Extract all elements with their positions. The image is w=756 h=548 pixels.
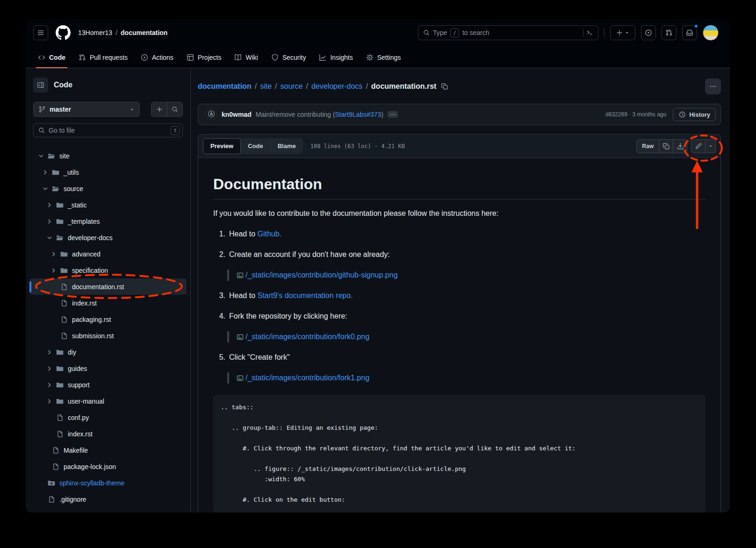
user-avatar[interactable]	[703, 25, 719, 41]
image-link[interactable]: /_static/images/contribution/github-sign…	[245, 270, 398, 281]
tab-code[interactable]: Code	[31, 47, 72, 68]
three-bars-icon	[37, 29, 44, 36]
file-icon	[60, 332, 68, 340]
copy-path-button[interactable]	[441, 83, 448, 90]
tree-item-packaging-rst[interactable]: packaging.rst	[29, 311, 187, 327]
broken-image-icon	[237, 272, 244, 279]
tree-item-package-lock-json[interactable]: package-lock.json	[29, 458, 187, 475]
search-divider	[583, 28, 583, 37]
tree-item-user-manual[interactable]: user-manual	[29, 393, 187, 409]
breadcrumb-repo-link[interactable]: documentation	[198, 82, 252, 91]
tree-item-utils[interactable]: _utils	[29, 164, 187, 180]
global-search-input[interactable]: Type / to search	[418, 25, 598, 40]
tree-item-submission-rst[interactable]: submission.rst	[29, 327, 187, 344]
git-pull-request-icon	[79, 54, 86, 61]
repo-link[interactable]: documentation	[121, 29, 167, 36]
pencil-icon	[695, 142, 702, 150]
file-meta-info: 108 lines (63 loc) · 4.21 KB	[310, 143, 405, 149]
tree-item-index-rst-source[interactable]: index.rst	[29, 426, 187, 442]
more-options-button[interactable]	[705, 78, 721, 94]
folder-icon	[56, 365, 64, 372]
tree-item-static[interactable]: _static	[29, 197, 187, 213]
tree-item-index-rst[interactable]: index.rst	[29, 295, 187, 311]
tab-blame[interactable]: Blame	[271, 138, 303, 154]
tab-preview[interactable]: Preview	[203, 138, 241, 154]
file-toolbar: Preview Code Blame 108 lines (63 loc) · …	[198, 135, 720, 158]
tree-item-conf-py[interactable]: conf.py	[29, 409, 187, 426]
tab-settings[interactable]: Settings	[360, 47, 408, 68]
file-icon	[56, 414, 64, 421]
inbox-button[interactable]	[682, 25, 697, 40]
issues-button[interactable]	[641, 25, 656, 40]
owner-link[interactable]: 13Homer13	[78, 29, 112, 36]
commit-author-link[interactable]: kn0wmad	[222, 111, 252, 118]
chevron-right-icon	[46, 365, 53, 372]
commit-pr-link[interactable]: Start9Labs#373	[335, 111, 381, 118]
tree-item-makefile[interactable]: Makefile	[29, 442, 187, 458]
submodule-icon	[48, 479, 55, 487]
search-tree-button[interactable]	[167, 102, 182, 116]
tree-item-guides[interactable]: guides	[29, 360, 187, 377]
start9-docs-link[interactable]: Start9's documentation repo.	[257, 292, 353, 299]
tree-item-source[interactable]: source	[29, 180, 187, 197]
new-file-button[interactable]	[151, 102, 167, 116]
raw-button[interactable]: Raw	[636, 139, 659, 153]
github-logo[interactable]	[56, 25, 71, 40]
tab-pull-requests[interactable]: Pull requests	[72, 47, 134, 68]
tree-item-advanced[interactable]: advanced	[29, 246, 187, 262]
go-to-file-input[interactable]	[49, 127, 167, 134]
tree-item-gitignore[interactable]: .gitignore	[29, 491, 187, 507]
doc-intro: If you would like to contribute to the d…	[213, 208, 706, 219]
expand-commit-message-button[interactable]	[388, 111, 398, 118]
search-placeholder-suffix: to search	[462, 29, 490, 36]
tree-item-specification[interactable]: specification	[29, 262, 187, 278]
branch-selector[interactable]: master	[33, 102, 140, 117]
copy-raw-button[interactable]	[659, 139, 673, 153]
history-button[interactable]: History	[673, 108, 716, 121]
download-icon	[677, 142, 684, 150]
create-new-button[interactable]	[610, 25, 635, 40]
shield-icon	[271, 54, 279, 61]
github-window: 13Homer13 / documentation Type / to sear…	[26, 19, 730, 512]
file-icon	[56, 430, 64, 438]
tab-file-code[interactable]: Code	[241, 138, 270, 154]
tab-projects[interactable]: Projects	[180, 47, 228, 68]
edit-dropdown-button[interactable]	[706, 139, 716, 153]
tree-item-partial[interactable]	[29, 507, 187, 512]
code-icon	[38, 54, 45, 61]
breadcrumb-source-link[interactable]: source	[280, 82, 302, 91]
breadcrumb-developer-docs-link[interactable]: developer-docs	[311, 82, 362, 91]
tab-actions[interactable]: Actions	[134, 47, 180, 68]
file-view: Preview Code Blame 108 lines (63 loc) · …	[198, 134, 721, 512]
graph-icon	[319, 54, 326, 61]
tab-security[interactable]: Security	[265, 47, 313, 68]
tree-item-sphinx-scylladb-theme[interactable]: sphinx-scylladb-theme	[29, 475, 187, 491]
download-raw-button[interactable]	[673, 139, 687, 153]
github-link[interactable]: Github.	[257, 230, 281, 238]
image-link[interactable]: /_static/images/contribution/fork1.png	[245, 372, 369, 384]
breadcrumb-site-link[interactable]: site	[260, 82, 272, 91]
selected-indicator	[29, 281, 31, 292]
plus-icon	[616, 29, 623, 36]
tree-item-support[interactable]: support	[29, 377, 187, 393]
tree-item-templates[interactable]: _templates	[29, 213, 187, 229]
tree-item-documentation-rst[interactable]: documentation.rst	[29, 278, 187, 295]
commit-author-avatar[interactable]	[206, 109, 217, 120]
pull-requests-button[interactable]	[662, 25, 677, 40]
image-link[interactable]: /_static/images/contribution/fork0.png	[245, 331, 369, 342]
folder-open-icon	[56, 234, 64, 242]
tab-wiki[interactable]: Wiki	[228, 47, 264, 68]
collapse-sidebar-button[interactable]	[33, 78, 48, 93]
global-menu-button[interactable]	[33, 25, 48, 40]
history-clock-icon	[678, 111, 686, 118]
tab-insights[interactable]: Insights	[312, 47, 359, 68]
command-palette-icon[interactable]	[587, 29, 593, 36]
breadcrumb-separator: /	[115, 29, 117, 36]
tree-item-developer-docs[interactable]: developer-docs	[29, 229, 187, 246]
tree-item-site[interactable]: site	[29, 148, 187, 164]
tree-item-diy[interactable]: diy	[29, 344, 187, 360]
edit-file-button[interactable]	[691, 139, 706, 153]
chevron-right-icon	[46, 201, 53, 209]
search-placeholder-prefix: Type	[433, 29, 447, 36]
breadcrumb-file-name: documentation.rst	[371, 82, 437, 91]
